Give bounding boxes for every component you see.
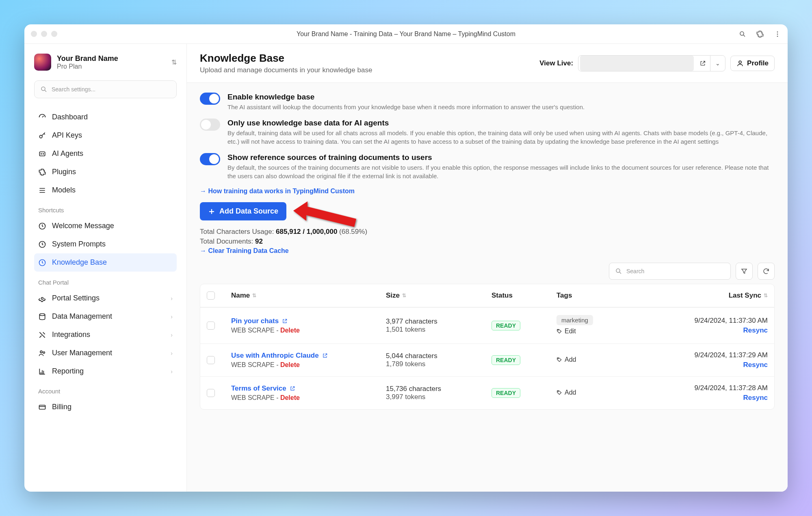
nav-label: Models: [52, 186, 76, 194]
brand-logo: [34, 54, 51, 71]
nav-label: API Keys: [52, 131, 82, 140]
profile-button[interactable]: Profile: [730, 56, 775, 71]
search-placeholder: Search: [626, 268, 644, 274]
svg-point-10: [43, 153, 44, 154]
col-status: Status: [492, 291, 556, 300]
svg-point-21: [616, 269, 620, 272]
nav-label: System Prompts: [52, 240, 106, 248]
table-search-input[interactable]: Search: [609, 263, 731, 280]
view-live-selector[interactable]: ⌄: [578, 55, 725, 71]
app-window: Your Brand Name - Training Data – Your B…: [24, 24, 788, 492]
toggle-only-agents[interactable]: [200, 119, 220, 131]
size-tokens: 3,997 tokens: [386, 393, 492, 401]
search-icon[interactable]: [739, 30, 746, 38]
nav-portal-settings[interactable]: Portal Settings ›: [34, 289, 177, 307]
live-url-field: [580, 56, 694, 71]
nav-reporting[interactable]: Reporting ›: [34, 362, 177, 380]
tools-icon: [38, 331, 46, 339]
nav-label: Data Management: [52, 312, 112, 321]
col-last-sync[interactable]: Last Sync⇅: [662, 291, 768, 300]
col-size[interactable]: Size⇅: [386, 291, 492, 300]
main-panel: Knowledge Base Upload and manage documen…: [187, 44, 788, 492]
tag-pill: marketing: [556, 315, 593, 325]
row-checkbox[interactable]: [207, 322, 215, 330]
table-header: Name⇅ Size⇅ Status Tags Last Sync⇅: [200, 284, 774, 307]
brand-selector[interactable]: Your Brand Name Pro Plan ⇅: [34, 54, 177, 71]
tag-icon: [556, 328, 562, 334]
svg-line-22: [619, 272, 621, 274]
nav-api-keys[interactable]: API Keys: [34, 126, 177, 145]
nav-welcome-message[interactable]: Welcome Message: [34, 217, 177, 235]
nav-label: AI Agents: [52, 149, 83, 158]
nav-label: Integrations: [52, 330, 90, 339]
brand-name: Your Brand Name: [57, 54, 118, 63]
svg-point-7: [39, 135, 42, 138]
chevron-down-icon[interactable]: ⌄: [710, 60, 725, 67]
tag-edit-link[interactable]: Edit: [556, 328, 576, 335]
how-link[interactable]: → How training data works in TypingMind …: [200, 188, 355, 194]
setting-desc: The AI assistant will lookup the documen…: [227, 103, 585, 111]
nav-user-management[interactable]: User Management ›: [34, 344, 177, 362]
resync-link[interactable]: Resync: [662, 361, 768, 369]
svg-line-6: [45, 90, 46, 92]
account-label: Account: [34, 380, 177, 398]
svg-point-19: [739, 61, 741, 63]
tag-add-link[interactable]: Add: [556, 389, 576, 396]
delete-link[interactable]: Delete: [280, 361, 300, 368]
titlebar: Your Brand Name - Training Data – Your B…: [24, 24, 788, 44]
nav-system-prompts[interactable]: System Prompts: [34, 235, 177, 253]
row-checkbox[interactable]: [207, 356, 215, 364]
external-link-icon[interactable]: [695, 56, 710, 71]
card-icon: [38, 403, 46, 411]
search-settings-input[interactable]: Search settings...: [34, 80, 177, 98]
nav-ai-agents[interactable]: AI Agents: [34, 145, 177, 163]
last-sync-date: 9/24/2024, 11:37:28 AM: [662, 384, 768, 392]
nav-knowledge-base[interactable]: Knowledge Base: [34, 253, 177, 272]
toggle-show-sources[interactable]: [200, 153, 220, 165]
row-name-link[interactable]: Use with Anthropic Claude: [231, 352, 328, 360]
select-all-checkbox[interactable]: [207, 291, 215, 300]
toggle-enable-kb[interactable]: [200, 93, 220, 105]
svg-point-2: [777, 31, 778, 32]
table-row: Terms of Service WEB SCRAPE - Delete 15,…: [200, 376, 774, 409]
refresh-button[interactable]: [758, 263, 775, 280]
nav-integrations[interactable]: Integrations ›: [34, 326, 177, 344]
setting-desc: By default, the sources of the training …: [227, 163, 775, 180]
svg-line-1: [743, 35, 745, 37]
svg-point-23: [558, 330, 559, 330]
nav-data-management[interactable]: Data Management ›: [34, 307, 177, 326]
size-chars: 15,736 characters: [386, 385, 492, 393]
search-icon: [40, 86, 48, 93]
filter-button[interactable]: [736, 263, 753, 280]
clear-cache-link[interactable]: → Clear Training Data Cache: [200, 247, 289, 254]
resync-link[interactable]: Resync: [662, 326, 768, 335]
gauge-icon: [38, 113, 46, 121]
clock-icon: [38, 240, 46, 248]
main-header: Knowledge Base Upload and manage documen…: [187, 44, 788, 83]
nav-plugins[interactable]: Plugins: [34, 163, 177, 181]
chevron-right-icon: ›: [171, 313, 173, 320]
setting-only-agents: Only use knowledge base data for AI agen…: [200, 119, 775, 146]
row-name-link[interactable]: Pin your chats: [231, 317, 288, 325]
setting-enable-kb: Enable knowledge base The AI assistant w…: [200, 93, 775, 111]
row-checkbox[interactable]: [207, 389, 215, 397]
tag-add-link[interactable]: Add: [556, 356, 576, 363]
nav-label: Welcome Message: [52, 222, 114, 230]
extension-icon[interactable]: [756, 30, 764, 38]
delete-link[interactable]: Delete: [280, 394, 300, 401]
add-data-source-button[interactable]: Add Data Source: [200, 202, 286, 220]
menu-icon[interactable]: [774, 30, 781, 38]
delete-link[interactable]: Delete: [280, 327, 300, 334]
content-area: Enable knowledge base The AI assistant w…: [187, 83, 788, 492]
sort-icon: ⇅: [402, 293, 406, 298]
clock-icon: [38, 222, 46, 230]
nav-models[interactable]: Models: [34, 181, 177, 199]
nav-dashboard[interactable]: Dashboard: [34, 108, 177, 126]
nav-billing[interactable]: Billing: [34, 398, 177, 416]
col-name[interactable]: Name⇅: [231, 291, 386, 300]
row-name-link[interactable]: Terms of Service: [231, 384, 295, 393]
chart-icon: [38, 367, 46, 376]
svg-point-4: [777, 35, 778, 37]
shortcuts-label: Shortcuts: [34, 199, 177, 217]
resync-link[interactable]: Resync: [662, 394, 768, 402]
